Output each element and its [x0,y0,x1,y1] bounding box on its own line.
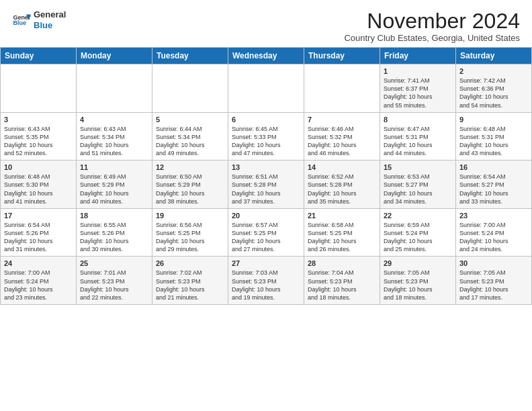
cell-info: Sunrise: 6:57 AM Sunset: 5:25 PM Dayligh… [232,221,300,254]
calendar-cell: 13Sunrise: 6:51 AM Sunset: 5:28 PM Dayli… [228,161,304,209]
calendar-cell: 17Sunrise: 6:54 AM Sunset: 5:26 PM Dayli… [1,208,77,257]
logo-icon: General Blue [12,11,31,30]
day-number: 28 [308,259,376,267]
cell-info: Sunrise: 7:00 AM Sunset: 5:24 PM Dayligh… [4,269,73,302]
day-number: 27 [232,259,300,267]
calendar-cell: 28Sunrise: 7:04 AM Sunset: 5:23 PM Dayli… [304,257,380,305]
day-number: 11 [80,163,148,171]
calendar-cell: 8Sunrise: 6:47 AM Sunset: 5:31 PM Daylig… [380,112,456,161]
cell-info: Sunrise: 7:01 AM Sunset: 5:23 PM Dayligh… [80,269,148,302]
cell-info: Sunrise: 7:04 AM Sunset: 5:23 PM Dayligh… [308,269,376,302]
calendar-cell: 11Sunrise: 6:49 AM Sunset: 5:29 PM Dayli… [77,161,152,209]
day-number: 6 [232,116,300,124]
calendar-cell: 26Sunrise: 7:02 AM Sunset: 5:23 PM Dayli… [152,257,228,305]
calendar-cell [152,64,228,113]
cell-info: Sunrise: 7:03 AM Sunset: 5:23 PM Dayligh… [232,269,300,302]
week-row-5: 24Sunrise: 7:00 AM Sunset: 5:24 PM Dayli… [1,257,532,305]
svg-text:Blue: Blue [13,19,26,26]
cell-info: Sunrise: 6:52 AM Sunset: 5:28 PM Dayligh… [308,173,376,205]
calendar-cell: 10Sunrise: 6:48 AM Sunset: 5:30 PM Dayli… [1,161,77,209]
calendar-cell: 22Sunrise: 6:59 AM Sunset: 5:24 PM Dayli… [380,208,456,257]
cell-info: Sunrise: 6:53 AM Sunset: 5:27 PM Dayligh… [384,173,452,205]
cell-info: Sunrise: 6:48 AM Sunset: 5:30 PM Dayligh… [4,173,73,205]
day-number: 2 [459,67,528,75]
calendar-cell: 19Sunrise: 6:56 AM Sunset: 5:25 PM Dayli… [152,208,228,257]
day-number: 18 [80,212,148,220]
calendar-table: SundayMondayTuesdayWednesdayThursdayFrid… [0,47,532,305]
cell-info: Sunrise: 6:51 AM Sunset: 5:28 PM Dayligh… [232,173,300,205]
cell-info: Sunrise: 6:43 AM Sunset: 5:34 PM Dayligh… [80,125,148,158]
cell-info: Sunrise: 6:43 AM Sunset: 5:35 PM Dayligh… [4,125,73,158]
cell-info: Sunrise: 6:55 AM Sunset: 5:26 PM Dayligh… [80,221,148,254]
calendar-cell: 12Sunrise: 6:50 AM Sunset: 5:29 PM Dayli… [152,161,228,209]
day-number: 16 [459,163,528,171]
weekday-header-row: SundayMondayTuesdayWednesdayThursdayFrid… [1,48,532,64]
day-number: 20 [232,212,300,220]
calendar-cell: 6Sunrise: 6:45 AM Sunset: 5:33 PM Daylig… [228,112,304,161]
cell-info: Sunrise: 6:46 AM Sunset: 5:32 PM Dayligh… [308,125,376,158]
calendar-cell: 20Sunrise: 6:57 AM Sunset: 5:25 PM Dayli… [228,208,304,257]
day-number: 24 [4,259,73,267]
cell-info: Sunrise: 7:05 AM Sunset: 5:23 PM Dayligh… [459,269,528,302]
calendar-cell: 3Sunrise: 6:43 AM Sunset: 5:35 PM Daylig… [1,112,77,161]
cell-info: Sunrise: 7:42 AM Sunset: 6:36 PM Dayligh… [459,77,528,109]
cell-info: Sunrise: 6:58 AM Sunset: 5:25 PM Dayligh… [308,221,376,254]
calendar-cell [304,64,380,113]
calendar-cell: 7Sunrise: 6:46 AM Sunset: 5:32 PM Daylig… [304,112,380,161]
logo: General Blue General Blue [12,9,66,30]
cell-info: Sunrise: 6:56 AM Sunset: 5:25 PM Dayligh… [156,221,224,254]
calendar-cell: 2Sunrise: 7:42 AM Sunset: 6:36 PM Daylig… [456,64,532,113]
day-number: 29 [384,259,452,267]
title-block: November 2024 Country Club Estates, Geor… [344,9,520,43]
month-title: November 2024 [344,9,520,33]
calendar-cell: 30Sunrise: 7:05 AM Sunset: 5:23 PM Dayli… [456,257,532,305]
weekday-header-wednesday: Wednesday [228,48,304,64]
day-number: 15 [384,163,452,171]
day-number: 5 [156,116,224,124]
day-number: 25 [80,259,148,267]
calendar-cell: 23Sunrise: 7:00 AM Sunset: 5:24 PM Dayli… [456,208,532,257]
cell-info: Sunrise: 7:05 AM Sunset: 5:23 PM Dayligh… [384,269,452,302]
cell-info: Sunrise: 6:54 AM Sunset: 5:27 PM Dayligh… [459,173,528,205]
calendar-cell: 5Sunrise: 6:44 AM Sunset: 5:34 PM Daylig… [152,112,228,161]
day-number: 10 [4,163,73,171]
cell-info: Sunrise: 6:47 AM Sunset: 5:31 PM Dayligh… [384,125,452,158]
week-row-4: 17Sunrise: 6:54 AM Sunset: 5:26 PM Dayli… [1,208,532,257]
calendar-cell: 24Sunrise: 7:00 AM Sunset: 5:24 PM Dayli… [1,257,77,305]
calendar-cell: 27Sunrise: 7:03 AM Sunset: 5:23 PM Dayli… [228,257,304,305]
cell-info: Sunrise: 7:02 AM Sunset: 5:23 PM Dayligh… [156,269,224,302]
calendar-cell: 18Sunrise: 6:55 AM Sunset: 5:26 PM Dayli… [77,208,152,257]
cell-info: Sunrise: 6:50 AM Sunset: 5:29 PM Dayligh… [156,173,224,205]
week-row-3: 10Sunrise: 6:48 AM Sunset: 5:30 PM Dayli… [1,161,532,209]
day-number: 26 [156,259,224,267]
weekday-header-tuesday: Tuesday [152,48,228,64]
calendar-cell: 4Sunrise: 6:43 AM Sunset: 5:34 PM Daylig… [77,112,152,161]
logo-text: General Blue [34,9,66,30]
calendar-cell: 9Sunrise: 6:48 AM Sunset: 5:31 PM Daylig… [456,112,532,161]
cell-info: Sunrise: 6:59 AM Sunset: 5:24 PM Dayligh… [384,221,452,254]
week-row-2: 3Sunrise: 6:43 AM Sunset: 5:35 PM Daylig… [1,112,532,161]
weekday-header-monday: Monday [77,48,152,64]
calendar-cell: 25Sunrise: 7:01 AM Sunset: 5:23 PM Dayli… [77,257,152,305]
cell-info: Sunrise: 7:41 AM Sunset: 6:37 PM Dayligh… [384,77,452,109]
day-number: 14 [308,163,376,171]
day-number: 13 [232,163,300,171]
calendar-cell [228,64,304,113]
day-number: 3 [4,116,73,124]
cell-info: Sunrise: 6:54 AM Sunset: 5:26 PM Dayligh… [4,221,73,254]
cell-info: Sunrise: 6:49 AM Sunset: 5:29 PM Dayligh… [80,173,148,205]
calendar-cell: 15Sunrise: 6:53 AM Sunset: 5:27 PM Dayli… [380,161,456,209]
calendar-cell: 1Sunrise: 7:41 AM Sunset: 6:37 PM Daylig… [380,64,456,113]
day-number: 9 [459,116,528,124]
calendar-cell: 16Sunrise: 6:54 AM Sunset: 5:27 PM Dayli… [456,161,532,209]
calendar-cell [77,64,152,113]
cell-info: Sunrise: 7:00 AM Sunset: 5:24 PM Dayligh… [459,221,528,254]
weekday-header-saturday: Saturday [456,48,532,64]
week-row-1: 1Sunrise: 7:41 AM Sunset: 6:37 PM Daylig… [1,64,532,113]
cell-info: Sunrise: 6:48 AM Sunset: 5:31 PM Dayligh… [459,125,528,158]
day-number: 8 [384,116,452,124]
page-header: General Blue General Blue November 2024 … [0,0,532,47]
day-number: 4 [80,116,148,124]
calendar-cell: 21Sunrise: 6:58 AM Sunset: 5:25 PM Dayli… [304,208,380,257]
day-number: 22 [384,212,452,220]
